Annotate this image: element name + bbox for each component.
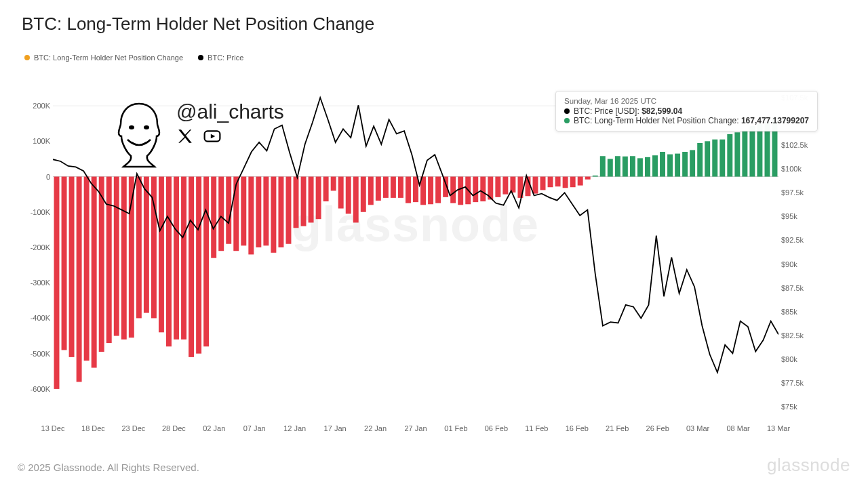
svg-rect-59 [458,177,463,205]
svg-point-1 [144,125,149,129]
svg-rect-41 [323,177,329,202]
x-twitter-icon[interactable] [176,127,194,145]
svg-rect-7 [69,177,75,357]
svg-rect-46 [361,177,366,212]
tooltip-lth-label: BTC: Long-Term Holder Net Position Chang… [574,116,741,125]
tooltip-price-value: $82,599.04 [642,106,682,116]
svg-rect-64 [495,177,500,197]
legend-dot-orange [24,55,30,60]
tooltip-date: Sunday, Mar 16 2025 UTC [564,97,809,105]
svg-rect-71 [548,177,553,188]
svg-rect-84 [645,157,650,177]
svg-rect-25 [203,177,209,347]
svg-rect-22 [181,177,186,340]
svg-rect-47 [368,177,374,205]
svg-rect-6 [62,177,67,350]
brand-logo: glassnode [767,455,850,476]
svg-rect-56 [435,177,441,203]
svg-rect-82 [630,156,635,176]
tooltip-price-label: BTC: Price [USD]: [574,106,642,116]
svg-rect-23 [189,177,194,357]
copyright-footer: © 2025 Glassnode. All Rights Reserved. [18,462,199,473]
legend-label-lth: BTC: Long-Term Holder Net Position Chang… [34,54,183,62]
svg-rect-24 [196,177,201,354]
svg-rect-12 [106,177,112,343]
svg-rect-58 [450,177,456,203]
svg-rect-70 [540,177,546,190]
svg-rect-83 [637,158,643,176]
social-icons [176,127,284,145]
svg-rect-94 [719,140,725,177]
svg-rect-74 [570,177,576,188]
y-axis-left: 200K100K0-100K-200K-300K-400K-500K-600K [15,88,50,407]
legend: BTC: Long-Term Holder Net Position Chang… [0,35,868,62]
svg-rect-53 [413,177,418,203]
tooltip-dot-black [564,108,570,114]
legend-item-lth: BTC: Long-Term Holder Net Position Chang… [24,54,183,62]
svg-rect-19 [159,177,164,333]
svg-rect-44 [346,177,351,214]
svg-rect-26 [211,177,216,258]
svg-rect-30 [241,177,246,246]
svg-rect-96 [734,132,740,176]
svg-rect-91 [697,143,703,177]
svg-rect-93 [712,140,717,177]
svg-rect-52 [406,177,411,203]
svg-rect-75 [578,177,583,186]
svg-rect-20 [166,177,172,347]
svg-rect-32 [256,177,261,247]
svg-rect-92 [705,141,710,176]
y-axis-right: $107.5k$105k$102.5k$100k$97.5k$95k$92.5k… [781,88,818,407]
svg-rect-27 [218,177,224,251]
svg-rect-36 [286,177,292,244]
svg-rect-5 [54,177,60,389]
svg-rect-37 [294,177,299,228]
youtube-icon[interactable] [203,127,221,145]
svg-rect-87 [667,155,673,177]
svg-rect-78 [600,156,606,176]
svg-rect-38 [301,177,307,226]
tooltip: Sunday, Mar 16 2025 UTC BTC: Price [USD]… [555,91,818,131]
svg-rect-76 [585,177,591,180]
svg-rect-14 [121,177,127,340]
author-handle: @ali_charts [176,100,284,123]
svg-rect-55 [428,177,433,205]
svg-rect-98 [749,126,755,177]
svg-rect-16 [136,177,142,319]
svg-point-0 [129,125,134,129]
svg-rect-86 [660,152,665,177]
author-block: @ali_charts [108,100,284,168]
tooltip-dot-green [564,118,570,123]
svg-rect-49 [383,177,389,198]
svg-rect-10 [92,177,97,368]
svg-rect-85 [652,155,658,176]
legend-label-price: BTC: Price [208,54,243,62]
avatar-icon [108,100,170,168]
svg-rect-89 [682,152,688,177]
svg-rect-90 [690,150,695,176]
svg-rect-97 [742,131,747,177]
svg-rect-62 [480,177,486,202]
svg-rect-13 [114,177,119,336]
svg-rect-17 [144,177,149,313]
svg-rect-81 [623,157,628,177]
svg-rect-88 [675,154,680,177]
svg-rect-61 [473,177,478,203]
svg-rect-50 [391,177,396,198]
svg-rect-65 [502,177,508,195]
svg-rect-11 [99,177,104,352]
page-title: BTC: Long-Term Holder Net Position Chang… [0,0,868,35]
svg-rect-72 [555,177,561,187]
tooltip-price-row: BTC: Price [USD]: $82,599.04 [564,106,809,116]
svg-rect-48 [376,177,381,201]
svg-rect-21 [174,177,179,340]
svg-rect-35 [278,177,283,247]
svg-rect-39 [309,177,314,223]
svg-rect-8 [77,177,82,382]
svg-rect-43 [338,177,344,209]
svg-rect-40 [316,177,321,220]
svg-rect-33 [263,177,269,246]
svg-rect-69 [533,177,538,194]
svg-rect-73 [563,177,568,188]
svg-rect-42 [331,177,336,191]
